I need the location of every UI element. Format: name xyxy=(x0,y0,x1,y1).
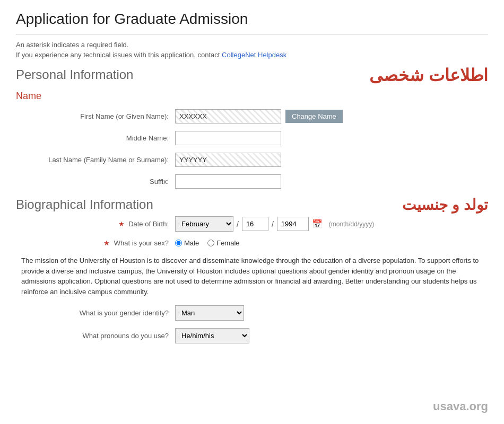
personal-information-section: Personal Information اطلاعات شخصی xyxy=(16,67,488,86)
dob-label-text: Date of Birth: xyxy=(128,220,169,228)
page-title: Application for Graduate Admission xyxy=(16,11,488,28)
first-name-input[interactable] xyxy=(175,109,281,123)
last-name-label: Last Name (Family Name or Surname): xyxy=(37,156,175,164)
suffix-label: Suffix: xyxy=(37,178,175,186)
first-name-row: First Name (or Given Name): Change Name xyxy=(16,109,488,123)
last-name-row: Last Name (Family Name or Surname): xyxy=(16,153,488,167)
collegenet-helpdesk-link[interactable]: CollegeNet Helpdesk xyxy=(222,51,286,59)
gender-identity-select[interactable]: Man Woman Non-binary Prefer not to say xyxy=(175,305,244,321)
persian-personal-information-label: اطلاعات شخصی xyxy=(369,65,488,85)
biographical-information-section: Biographical Information تولد و جنسیت xyxy=(16,197,488,216)
pronouns-row: What pronouns do you use? He/him/his She… xyxy=(16,328,488,343)
title-divider xyxy=(16,34,488,34)
sex-female-label: Female xyxy=(216,239,239,247)
sex-row: ★ What is your sex? Male Female xyxy=(16,239,488,247)
dob-year-input[interactable] xyxy=(277,217,309,231)
watermark: usava.org xyxy=(433,400,488,413)
asterisk-notice: An asterisk indicates a required field. xyxy=(16,41,488,49)
suffix-input[interactable] xyxy=(175,174,281,189)
pronouns-label: What pronouns do you use? xyxy=(37,332,175,340)
gender-identity-label: What is your gender identity? xyxy=(37,309,175,317)
first-name-label: First Name (or Given Name): xyxy=(37,112,175,120)
last-name-input[interactable] xyxy=(175,153,281,167)
dob-controls: January February March April May June Ju… xyxy=(175,216,374,232)
dob-hint: (month/dd/yyyy) xyxy=(329,220,374,228)
middle-name-input[interactable] xyxy=(175,131,281,145)
dob-slash-2: / xyxy=(272,220,274,228)
dob-slash-1: / xyxy=(237,220,239,228)
dob-day-input[interactable] xyxy=(242,217,268,231)
sex-radio-female[interactable] xyxy=(207,240,214,246)
suffix-row: Suffix: xyxy=(16,174,488,189)
dob-row: ★ Date of Birth: January February March … xyxy=(16,216,488,232)
middle-name-row: Middle Name: xyxy=(16,131,488,145)
gender-identity-row: What is your gender identity? Man Woman … xyxy=(16,305,488,321)
sex-male-label: Male xyxy=(184,239,199,247)
dob-required-star: ★ xyxy=(118,220,125,228)
persian-biographical-label: تولد و جنسیت xyxy=(402,196,488,214)
technical-notice-text: If you experience any technical issues w… xyxy=(16,51,220,59)
sex-label: ★ What is your sex? xyxy=(37,239,175,247)
sex-required-star: ★ xyxy=(103,239,110,247)
change-name-button[interactable]: Change Name xyxy=(285,110,343,123)
pronouns-select[interactable]: He/him/his She/her/hers They/them/theirs… xyxy=(175,328,249,343)
name-subsection-title: Name xyxy=(16,91,488,102)
calendar-icon[interactable]: 📅 xyxy=(312,219,323,229)
sex-option-male[interactable]: Male xyxy=(175,239,199,247)
sex-options: Male Female xyxy=(175,239,240,247)
middle-name-label: Middle Name: xyxy=(37,134,175,142)
technical-notice: If you experience any technical issues w… xyxy=(16,51,488,59)
mission-text: The mission of the University of Houston… xyxy=(16,255,488,297)
dob-label: ★ Date of Birth: xyxy=(37,220,175,228)
sex-option-female[interactable]: Female xyxy=(207,239,239,247)
sex-radio-male[interactable] xyxy=(175,240,182,246)
sex-label-text: What is your sex? xyxy=(114,239,169,247)
dob-month-select[interactable]: January February March April May June Ju… xyxy=(175,216,233,232)
